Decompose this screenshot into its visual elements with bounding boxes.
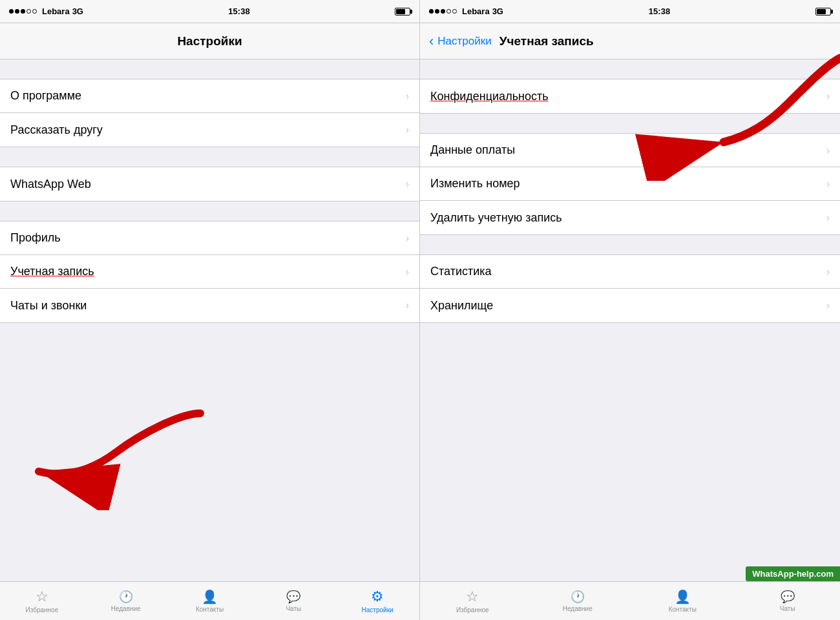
left-group3: Профиль › Учетная запись › Чаты и звонки… [0, 221, 419, 323]
r-favorites-label: Избранное [456, 606, 489, 614]
right-nav-header: ‹ Настройки Учетная запись [420, 23, 840, 59]
menu-item-payment[interactable]: Данные оплаты › [420, 134, 840, 167]
menu-item-storage[interactable]: Хранилище › [420, 289, 840, 322]
r-tab-chats[interactable]: 💬 Чаты [735, 590, 841, 612]
delete-account-chevron: › [826, 212, 830, 223]
right-group1: Конфиденциальность › [420, 79, 840, 114]
r-recent-icon: 🕐 [571, 590, 585, 604]
left-nav-header: Настройки [0, 23, 419, 59]
tab-settings[interactable]: ⚙ Настройки [335, 588, 419, 614]
left-status-bar: Lebara 3G 15:38 [0, 0, 419, 23]
r-tab-recent[interactable]: 🕐 Недавние [525, 590, 631, 612]
delete-account-label: Удалить учетную запись [430, 211, 826, 225]
whatsapp-web-chevron: › [406, 178, 409, 190]
chats-tab-label: Чаты [286, 605, 301, 612]
tab-favorites[interactable]: ☆ Избранное [0, 588, 84, 614]
tell-friend-chevron: › [406, 124, 409, 136]
menu-item-account[interactable]: Учетная запись › [0, 255, 419, 289]
right-battery-fill [817, 9, 826, 14]
r-dot5 [452, 9, 457, 14]
battery-fill [396, 9, 405, 14]
tell-friend-label: Рассказать другу [10, 123, 406, 137]
separator1 [0, 59, 419, 74]
about-label: О программе [10, 89, 406, 103]
back-chevron-icon: ‹ [429, 33, 434, 50]
r-tab-favorites[interactable]: ☆ Избранное [420, 588, 525, 614]
recent-icon: 🕐 [119, 590, 133, 604]
recent-label: Недавние [111, 605, 141, 612]
menu-item-privacy[interactable]: Конфиденциальность › [420, 79, 840, 113]
left-carrier: Lebara [42, 6, 70, 16]
r-separator2 [420, 114, 840, 128]
left-time: 15:38 [228, 6, 249, 16]
whatsapp-web-label: WhatsApp Web [10, 178, 406, 191]
tab-contacts[interactable]: 👤 Контакты [168, 589, 252, 613]
left-battery [395, 8, 410, 16]
r-contacts-icon: 👤 [675, 589, 691, 604]
chats-icon: 💬 [286, 590, 300, 604]
menu-item-about[interactable]: О программе › [0, 79, 419, 113]
r-tab-contacts[interactable]: 👤 Контакты [630, 589, 735, 613]
right-time: 15:38 [649, 6, 670, 16]
account-label: Учетная запись [10, 265, 406, 278]
r-dot3 [441, 9, 445, 14]
right-nav-title: Учетная запись [499, 34, 594, 48]
settings-icon: ⚙ [371, 588, 384, 605]
favorites-icon: ☆ [36, 588, 48, 605]
r-favorites-icon: ☆ [466, 588, 479, 605]
change-number-label: Изменить номер [430, 177, 826, 191]
left-signal-area: Lebara 3G [9, 6, 83, 16]
left-network: 3G [72, 6, 83, 16]
change-number-chevron: › [826, 178, 830, 190]
watermark: WhatsApp-help.com [746, 566, 840, 581]
dot3 [21, 9, 25, 14]
favorites-label: Избранное [26, 606, 59, 614]
right-carrier: Lebara [462, 6, 490, 16]
right-group2: Данные оплаты › Изменить номер › Удалить… [420, 133, 840, 235]
chats-label: Чаты и звонки [10, 299, 406, 313]
payment-label: Данные оплаты [430, 143, 826, 157]
dot1 [9, 9, 14, 14]
profile-label: Профиль [10, 231, 406, 245]
storage-label: Хранилище [430, 299, 826, 313]
menu-item-change-number[interactable]: Изменить номер › [420, 167, 840, 201]
menu-item-profile[interactable]: Профиль › [0, 222, 419, 255]
signal-dots [9, 9, 37, 14]
back-label[interactable]: Настройки [437, 35, 491, 48]
account-chevron: › [406, 266, 409, 278]
dot2 [15, 9, 19, 14]
menu-item-stats[interactable]: Статистика › [420, 255, 840, 289]
menu-item-whatsapp-web[interactable]: WhatsApp Web › [0, 167, 419, 201]
right-battery-icon [815, 8, 831, 16]
stats-label: Статистика [430, 265, 826, 278]
r-separator3 [420, 235, 840, 249]
battery-icon [395, 8, 410, 16]
left-tab-bar: ☆ Избранное 🕐 Недавние 👤 Контакты 💬 Чаты… [0, 581, 419, 620]
tab-recent[interactable]: 🕐 Недавние [84, 590, 168, 612]
right-phone-panel: Lebara 3G 15:38 ‹ Настройки Учетная запи… [420, 0, 840, 620]
r-recent-label: Недавние [563, 605, 593, 612]
about-chevron: › [406, 90, 409, 102]
r-contacts-label: Контакты [669, 606, 697, 613]
left-nav-title: Настройки [177, 34, 242, 48]
left-spacer [0, 323, 419, 581]
payment-chevron: › [826, 145, 830, 156]
right-status-bar: Lebara 3G 15:38 [420, 0, 840, 23]
tab-chats[interactable]: 💬 Чаты [251, 590, 335, 612]
menu-item-chats[interactable]: Чаты и звонки › [0, 289, 419, 322]
right-group3: Статистика › Хранилище › [420, 254, 840, 323]
right-battery [815, 8, 831, 16]
left-group2: WhatsApp Web › [0, 167, 419, 202]
menu-item-delete-account[interactable]: Удалить учетную запись › [420, 201, 840, 234]
r-chats-icon: 💬 [781, 590, 795, 604]
right-tab-bar: ☆ Избранное 🕐 Недавние 👤 Контакты 💬 Чаты [420, 581, 840, 620]
r-separator1 [420, 59, 840, 74]
r-dot4 [446, 9, 451, 14]
menu-item-tell-friend[interactable]: Рассказать другу › [0, 113, 419, 147]
separator3 [0, 202, 419, 216]
storage-chevron: › [826, 300, 830, 311]
privacy-label: Конфиденциальность [430, 90, 826, 103]
chats-chevron: › [406, 300, 409, 311]
dot5 [32, 9, 37, 14]
dot4 [26, 9, 31, 14]
